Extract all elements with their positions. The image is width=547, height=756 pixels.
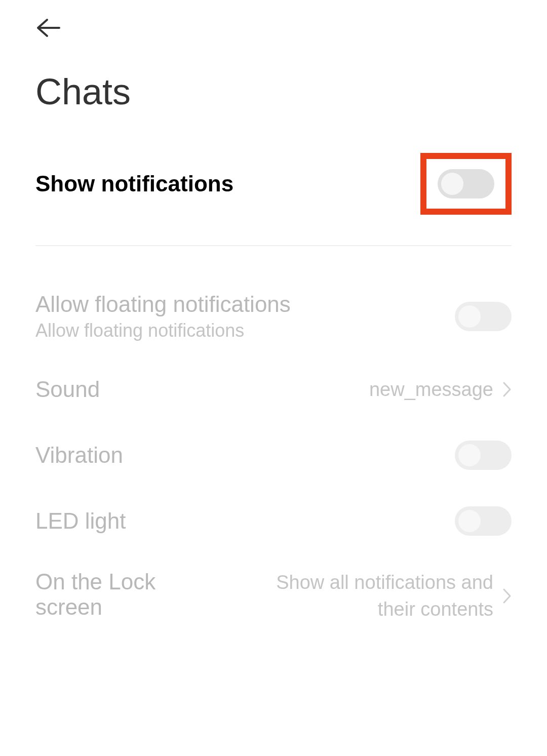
floating-sublabel: Allow floating notifications (35, 320, 455, 341)
floating-label: Allow floating notifications (35, 292, 455, 317)
toggle-knob (458, 510, 481, 532)
arrow-left-icon (36, 18, 60, 38)
sound-label: Sound (35, 377, 369, 402)
show-notifications-toggle[interactable] (438, 169, 494, 198)
setting-floating-notifications: Allow floating notifications Allow float… (35, 276, 512, 356)
settings-list: Show notifications Allow floating notifi… (0, 138, 547, 638)
lock-screen-label: On the Lock screen (35, 569, 187, 620)
toggle-knob (458, 444, 481, 466)
sound-value: new_message (369, 379, 493, 401)
vibration-toggle (455, 441, 512, 470)
toggle-knob (458, 305, 481, 328)
chevron-right-icon (502, 381, 512, 397)
setting-led: LED light (35, 488, 512, 554)
setting-lock-screen: On the Lock screen Show all notification… (35, 554, 512, 638)
page-title: Chats (0, 41, 547, 138)
setting-show-notifications[interactable]: Show notifications (35, 138, 512, 230)
show-notifications-label: Show notifications (35, 171, 420, 196)
chevron-right-icon (502, 588, 512, 604)
highlight-frame (420, 153, 512, 215)
setting-sound: Sound new_message (35, 356, 512, 422)
floating-toggle (455, 302, 512, 331)
led-toggle (455, 506, 512, 536)
vibration-label: Vibration (35, 443, 455, 468)
setting-vibration: Vibration (35, 422, 512, 488)
led-label: LED light (35, 508, 455, 534)
toggle-knob (441, 173, 463, 195)
divider (35, 245, 512, 246)
lock-screen-value: Show all notifications and their content… (270, 569, 493, 623)
back-button[interactable] (35, 15, 61, 41)
